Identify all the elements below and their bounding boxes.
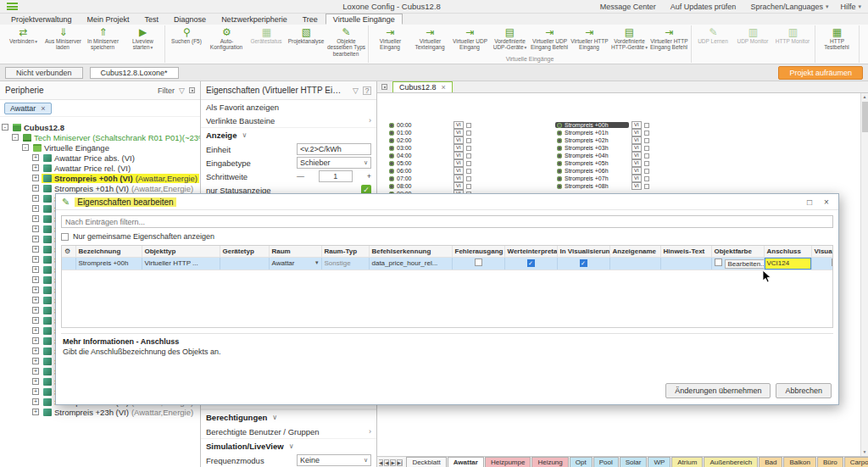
expander-icon[interactable]: + [32,358,39,364]
column-header[interactable]: Visualisierung [811,246,833,257]
expander-icon[interactable]: + [32,327,39,334]
property-row-verlinkte-bausteine[interactable]: Verlinkte Bausteine › [201,114,376,127]
virtual-input-block[interactable]: 06:00 VI [389,167,471,175]
cell-raum-dropdown[interactable]: Awattar▾ [269,257,321,270]
toolbar-button[interactable]: ▧ Projektanalyse [287,25,326,44]
checkbox[interactable] [466,161,471,166]
checkbox[interactable] [466,184,471,189]
property-row-benutzer[interactable]: Berechtigte Benutzer / Gruppen › [201,425,376,438]
vertical-scrollbar[interactable]: ▲ ▼ [860,93,868,456]
toolbar-button[interactable]: ⚲ Suchen (F5) [167,25,207,44]
expander-icon[interactable]: + [32,276,39,283]
section-simulation[interactable]: Simulation/LiveView ∨ [201,438,376,453]
toolbar-button[interactable]: ▦ HTTP Testbefehl [817,25,857,51]
page-tab[interactable]: Büro [817,457,843,467]
filter-funnel-icon[interactable]: ▽ [353,86,359,95]
checkbox[interactable] [466,138,471,143]
tree-item[interactable]: - Cubus12.8 [0,122,200,132]
page-tab[interactable]: Atrium [671,457,703,467]
cell-fehlerausgang[interactable] [452,257,504,270]
column-header[interactable]: Gerätetyp [220,246,269,257]
expander-icon[interactable]: + [32,195,39,202]
schrittweite-stepper[interactable]: —1+ [297,170,371,182]
checkbox[interactable] [644,176,649,181]
scroll-up-icon[interactable]: ▲ [863,93,867,101]
page-tab[interactable]: Awattar [448,457,484,467]
expander-icon[interactable]: + [32,185,39,192]
menu-item[interactable]: Tree [295,14,326,25]
toolbar-button[interactable]: ⇥ Virtueller HTTP Eingang [570,25,609,51]
expander-icon[interactable]: - [22,144,29,151]
filter-chip-awattar[interactable]: Awattar × [4,103,52,114]
virtual-input-block[interactable]: Strompreis +07h VI [555,175,649,182]
cell-anschluss-editing[interactable]: VCI124 [764,257,811,270]
expander-icon[interactable]: + [32,256,39,263]
page-tab[interactable]: Heizung [531,457,568,467]
virtual-input-block[interactable]: 00:00 VI [389,121,471,129]
virtual-input-block[interactable]: Strompreis +01h VI [555,129,649,136]
tree-item[interactable]: + Strompreis +23h (VI) (Awattar,Energie) [0,407,200,417]
menu-item[interactable]: Virtuelle Eingänge [326,14,403,25]
toolbar-button[interactable]: ▤ Vordefinierte UDP-Geräte▾ [490,25,530,51]
tree-item[interactable]: - Tech Miniserver (Schaltschrank R01 P01… [0,132,200,142]
tree-item[interactable]: - Virtuelle Eingänge [0,142,200,153]
expander-icon[interactable]: + [32,266,39,273]
expander-icon[interactable]: + [32,378,39,385]
virtual-input-block[interactable]: Strompreis +05h VI [555,159,649,167]
virtual-input-block[interactable]: 05:00 VI [389,159,471,167]
filter-funnel-icon[interactable]: ▽ [179,86,185,95]
cell-befehlserkennung[interactable]: data_price_hour_rel... [369,257,452,270]
toolbar-button[interactable]: ⇥ Virtueller Eingang [370,25,410,51]
menu-item[interactable]: Mein Projekt [80,14,137,25]
toolbar-button[interactable]: ▶ Liveview starten▾ [123,25,163,51]
project-tab[interactable]: Cubus12.8.Loxone* [90,67,179,79]
toolbar-button[interactable]: ▥ HTTP Monitor [773,25,813,44]
toolbar-button[interactable]: ⚙ Auto-Konfiguration [207,25,247,51]
expander-icon[interactable]: - [2,124,8,131]
tree-item[interactable]: + Strompreis +01h (VI) (Awattar,Energie) [0,183,200,193]
checkbox[interactable] [644,146,649,151]
expander-icon[interactable]: + [32,317,39,324]
maximize-button[interactable]: □ [804,197,815,207]
close-button[interactable]: × [821,197,832,207]
page-tab[interactable]: WP [648,457,670,467]
virtual-input-block[interactable]: Strompreis +04h VI [555,152,649,159]
expander-icon[interactable]: + [32,337,39,344]
checkbox[interactable] [466,131,471,136]
common-properties-checkbox-row[interactable]: Nur gemeinsame Eigenschaften anzeigen [61,232,833,241]
page-tab[interactable]: Deckblatt [406,457,446,467]
column-header[interactable]: Raum [269,246,321,257]
checkbox[interactable] [644,161,649,166]
help-icon[interactable]: ? [363,86,371,95]
page-tab[interactable]: Außenbereich [704,457,758,467]
checkbox[interactable] [644,153,649,158]
expander-icon[interactable]: + [32,347,39,354]
tab-nav-button[interactable]: ▶| [397,459,403,466]
toolbar-button[interactable]: ✎ Objekte desselben Typs bearbeiten [326,25,366,57]
toolbar-button[interactable]: ⇓ Aus Miniserver laden [43,25,83,51]
connection-status[interactable]: Nicht verbunden [5,67,83,79]
page-tab[interactable]: Balkon [783,457,815,467]
cancel-button[interactable]: Abbrechen [776,383,832,398]
expander-icon[interactable]: + [32,398,39,405]
toolbar-button[interactable]: ⇥ Virtueller Texteingang [410,25,450,51]
column-header[interactable]: Befehlserkennung [369,246,452,257]
virtual-input-block[interactable]: 01:00 VI [389,129,471,136]
cell-in-visualisierung[interactable]: ✓ [557,257,609,270]
tab-nav-button[interactable]: ▶ [390,459,395,466]
document-tab[interactable]: Cubus12.8 × [392,81,453,92]
toolbar-button[interactable]: ⇥ Virtueller UDP Eingang Befehl [530,25,570,51]
virtual-input-block[interactable]: 04:00 VI [389,152,471,159]
checkbox[interactable] [644,169,649,174]
column-header[interactable]: Anzeigename [609,246,660,257]
expander-icon[interactable]: + [32,409,39,415]
pin-icon[interactable] [189,87,195,93]
expander-icon[interactable]: + [32,215,39,222]
virtual-input-block[interactable]: 07:00 VI [389,175,471,182]
menu-item[interactable]: Test [137,14,167,25]
expander-icon[interactable]: + [32,307,39,314]
menu-item[interactable]: Netzwerkperipherie [214,14,295,25]
expander-icon[interactable]: + [32,286,39,293]
checkbox[interactable] [644,123,649,128]
toolbar-button[interactable]: ▥ UDP Monitor [733,25,773,44]
